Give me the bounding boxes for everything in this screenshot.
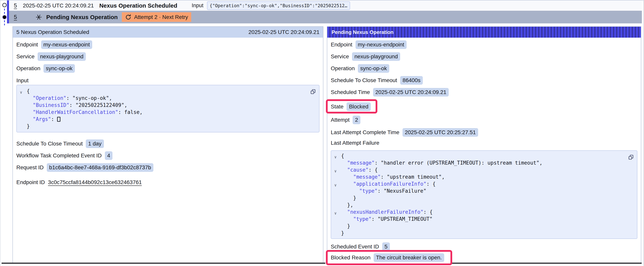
code-line-text: "BusinessID": "20250225122409", — [27, 102, 127, 109]
event-row-scheduled[interactable]: 5 2025-02-25 UTC 20:24:09.21 Nexus Opera… — [9, 1, 642, 11]
code-gutter — [331, 174, 341, 182]
code-gutter — [331, 189, 341, 196]
field-value-badge: 5 — [382, 242, 390, 251]
field-workflow-task-completed-event-id: Workflow Task Completed Event ID 4 — [16, 151, 320, 160]
field-label: Request ID — [16, 164, 44, 171]
retry-icon — [125, 14, 132, 21]
code-line-text: "type": "NexusFailure" — [341, 187, 426, 194]
collapse-chevron-icon[interactable]: ∨ — [331, 167, 341, 174]
field-value-badge: sync-op-ok — [358, 64, 389, 73]
field-request-id: Request ID b1c6a4bc-8ee7-468a-9169-df3b0… — [16, 163, 320, 172]
code-line-text: "nexusHandlerFailureInfo": { — [341, 208, 432, 215]
field-schedule-to-close-timeout: Schedule To Close Timeout 1 day — [16, 139, 320, 148]
field-value-badge: 1 day — [86, 139, 104, 148]
field-value-badge: 4 — [105, 151, 113, 160]
code-line-text: } — [341, 222, 350, 229]
code-line-text: "type": "UPSTREAM_TIMEOUT" — [341, 215, 432, 222]
bottom-divider — [452, 263, 642, 264]
field-value-badge: 2025-02-25 UTC 20:24:09.21 — [373, 88, 449, 97]
field-label: Endpoint ID — [16, 179, 45, 185]
field-value-badge: 2 — [352, 116, 360, 124]
event-id-link[interactable]: 5 — [14, 2, 17, 9]
field-operation: Operation sync-op-ok — [331, 64, 637, 73]
field-label: Service — [331, 54, 349, 60]
code-line-text: "HandlerWaitForCancellation": false, — [27, 109, 143, 116]
retry-label: Attempt 2 · Next Retry — [134, 14, 188, 20]
field-scheduled-event-id: Scheduled Event ID 5 — [331, 242, 637, 251]
event-detail-header: 5 Nexus Operation Scheduled 2025-02-25 U… — [13, 27, 323, 38]
code-gutter — [17, 103, 27, 110]
field-label: Schedule To Close Timeout — [16, 141, 83, 147]
code-gutter — [17, 110, 27, 117]
code-line-text: } — [341, 229, 344, 236]
pending-title: Pending Nexus Operation — [46, 14, 118, 21]
event-id-link[interactable]: 5 — [14, 14, 17, 20]
code-line-text: } — [27, 123, 30, 130]
pending-nexus-operation-row[interactable]: 5 Pending Nexus Operation Attempt 2 · Ne… — [9, 11, 642, 24]
retry-attempt-badge: Attempt 2 · Next Retry — [122, 12, 191, 22]
field-attempt: Attempt 2 — [331, 116, 637, 124]
code-gutter — [331, 224, 341, 231]
field-scheduled-time: Scheduled Time 2025-02-25 UTC 20:24:09.2… — [331, 88, 637, 97]
field-endpoint-id: Endpoint ID 3c0c75ccfa8144b092c13ce63246… — [16, 178, 320, 187]
field-value-badge: nexus-playground — [38, 52, 86, 61]
code-line-text: "Args": — [27, 116, 60, 123]
code-line-text: "message": "upstream timeout", — [341, 173, 445, 180]
code-line-text: } — [341, 194, 356, 201]
input-section-label: Input — [16, 78, 320, 83]
code-line-text: "Operation": "sync-op-ok", — [27, 95, 112, 102]
field-value-badge: my-nexus-endpoint — [41, 40, 92, 49]
code-gutter — [331, 217, 341, 224]
code-line-text: { — [341, 152, 344, 159]
field-endpoint: Endpoint my-nexus-endpoint — [16, 40, 320, 49]
field-label: Service — [16, 54, 34, 60]
code-gutter — [331, 196, 341, 203]
field-operation: Operation sync-op-ok — [16, 64, 320, 73]
copy-icon[interactable] — [628, 154, 634, 160]
timeline-event-dot-open — [2, 3, 7, 7]
field-service: Service nexus-playground — [16, 52, 320, 61]
field-value-badge: b1c6a4bc-8ee7-468a-9169-df3b02c8737b — [47, 163, 154, 172]
field-label: Endpoint — [331, 42, 352, 48]
bottom-divider — [2, 263, 325, 264]
field-last-attempt-complete-time: Last Attempt Complete Time 2025-02-25 UT… — [331, 128, 637, 137]
input-label: Input — [192, 3, 203, 9]
field-label: Last Attempt Complete Time — [331, 129, 400, 136]
failure-json-block: ∨{"message": "handler error (UPSTREAM_TI… — [331, 150, 637, 239]
field-value-badge: my-nexus-endpoint — [356, 40, 406, 49]
timeline-dashed-line — [4, 9, 5, 15]
collapse-chevron-icon[interactable]: ∨ — [331, 182, 341, 189]
timeline-dashed-line — [4, 20, 5, 25]
event-detail-header-timestamp: 2025-02-25 UTC 20:24:09.21 — [248, 29, 320, 35]
code-gutter — [331, 203, 341, 210]
code-gutter — [17, 124, 27, 131]
state-highlight-annotation — [326, 99, 377, 114]
field-label: Scheduled Event ID — [331, 243, 379, 250]
event-title: Nexus Operation Scheduled — [99, 2, 177, 9]
selected-event-indicator-bar — [7, 1, 9, 24]
code-gutter — [331, 231, 341, 238]
field-endpoint: Endpoint my-nexus-endpoint — [331, 40, 637, 49]
event-timestamp: 2025-02-25 UTC 20:24:09.21 — [23, 3, 94, 9]
field-value-badge: sync-op-ok — [44, 64, 75, 73]
code-line-text: }, — [341, 201, 353, 208]
field-label: Attempt — [331, 117, 350, 123]
endpoint-id-link[interactable]: 3c0c75ccfa8144b092c13ce632463761 — [48, 179, 142, 185]
collapse-chevron-icon[interactable]: ∨ — [331, 153, 341, 160]
field-value-badge: nexus-playground — [352, 52, 400, 61]
event-detail-header-title: 5 Nexus Operation Scheduled — [16, 29, 89, 35]
code-gutter — [17, 117, 27, 124]
copy-icon[interactable] — [310, 88, 316, 95]
code-line-text: "applicationFailureInfo": { — [341, 180, 436, 187]
collapse-chevron-icon[interactable]: ∨ — [17, 89, 27, 96]
field-label: Operation — [16, 65, 40, 72]
field-schedule-to-close-timeout: Schedule To Close Timeout 86400s — [331, 76, 637, 85]
field-label: Workflow Task Completed Event ID — [16, 152, 102, 159]
pending-operation-panel: Pending Nexus Operation Endpoint my-nexu… — [327, 26, 641, 263]
collapse-chevron-icon[interactable]: ∨ — [331, 210, 341, 217]
code-line-text: { — [27, 88, 30, 95]
timeline-event-dot-filled — [2, 15, 7, 20]
input-preview-badge[interactable]: {"Operation":"sync-op-ok","BusinessID":"… — [207, 1, 350, 10]
pending-operation-header-title: Pending Nexus Operation — [332, 29, 394, 35]
field-label: Schedule To Close Timeout — [331, 77, 397, 84]
